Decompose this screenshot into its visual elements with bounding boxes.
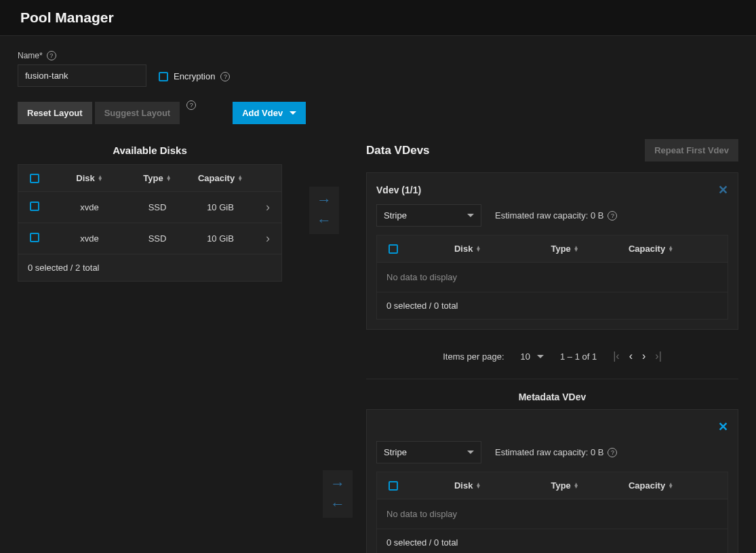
metadata-panel: ✕ Stripe Estimated raw capacity: 0 B ?: [366, 409, 738, 553]
metadata-title: Metadata VDev: [366, 392, 738, 402]
header-capacity[interactable]: Capacity▲▼: [186, 165, 254, 191]
stripe-select[interactable]: Stripe: [376, 441, 481, 463]
row-checkbox[interactable]: [30, 202, 39, 211]
encryption-group: Encryption ?: [159, 71, 230, 81]
select-all-checkbox[interactable]: [30, 174, 39, 183]
stripe-value: Stripe: [384, 210, 407, 221]
vdev-label: Vdev (1/1): [376, 185, 421, 195]
header-disk[interactable]: Disk▲▼: [410, 235, 525, 262]
next-page-button[interactable]: ›: [642, 350, 645, 362]
close-icon[interactable]: ✕: [718, 183, 728, 197]
repeat-first-vdev-button: Repeat First Vdev: [645, 139, 738, 161]
sort-icon: ▲▼: [166, 176, 172, 181]
raw-capacity: Estimated raw capacity: 0 B ?: [495, 447, 617, 457]
cell-capacity: 10 GiB: [186, 194, 254, 221]
name-field-group: Name* ?: [18, 51, 146, 87]
header-disk[interactable]: Disk▲▼: [410, 472, 525, 499]
reset-layout-button[interactable]: Reset Layout: [18, 102, 92, 124]
button-row: Reset Layout Suggest Layout ? Add Vdev: [18, 102, 738, 124]
items-per-page-select[interactable]: 10: [521, 351, 544, 362]
raw-capacity: Estimated raw capacity: 0 B ?: [495, 210, 617, 221]
transfer-arrows: → ←: [309, 187, 339, 234]
items-value: 10: [521, 351, 530, 362]
encryption-label: Encryption: [174, 71, 215, 81]
encryption-checkbox[interactable]: [159, 72, 168, 81]
select-all-checkbox[interactable]: [389, 244, 398, 254]
move-right-button[interactable]: →: [313, 191, 335, 210]
move-left-button[interactable]: ←: [313, 211, 335, 230]
expand-icon[interactable]: [266, 234, 270, 244]
prev-page-button[interactable]: ‹: [629, 350, 633, 362]
cell-type: SSD: [128, 194, 186, 221]
close-icon[interactable]: ✕: [718, 419, 728, 434]
header-capacity[interactable]: Capacity▲▼: [604, 235, 698, 262]
add-vdev-button[interactable]: Add Vdev: [233, 102, 306, 124]
page-title: Pool Manager: [20, 9, 736, 26]
cell-type: SSD: [128, 225, 186, 252]
header-type[interactable]: Type▲▼: [128, 165, 186, 191]
available-footer: 0 selected / 2 total: [18, 254, 281, 281]
help-icon[interactable]: ?: [186, 100, 196, 110]
header-type[interactable]: Type▲▼: [525, 472, 604, 499]
cell-capacity: 10 GiB: [186, 225, 254, 252]
available-disks-panel: Disk▲▼ Type▲▼ Capacity▲▼ xvde SSD 10 GiB…: [18, 164, 282, 282]
table-row[interactable]: xvde SSD 10 GiB: [18, 223, 281, 254]
dropdown-icon: [290, 111, 296, 115]
expand-icon[interactable]: [266, 203, 270, 213]
help-icon[interactable]: ?: [608, 448, 617, 457]
stripe-value: Stripe: [384, 447, 407, 457]
sort-icon: ▲▼: [574, 483, 579, 489]
move-left-button[interactable]: ←: [327, 495, 349, 514]
available-table-head: Disk▲▼ Type▲▼ Capacity▲▼: [18, 165, 281, 192]
transfer-arrows: → ←: [323, 470, 353, 518]
vdev-table: Disk▲▼ Type▲▼ Capacity▲▼ No data to disp…: [376, 235, 728, 320]
no-data-message: No data to display: [377, 263, 728, 292]
vdev-panel: Vdev (1/1) ✕ Stripe Estimated raw capaci…: [366, 172, 738, 330]
dropdown-icon: [467, 451, 474, 454]
help-icon[interactable]: ?: [220, 72, 230, 81]
main-layout: Available Disks Disk▲▼ Type▲▼ Capacity▲▼…: [18, 139, 738, 553]
add-vdev-label: Add Vdev: [242, 108, 283, 118]
stripe-select[interactable]: Stripe: [376, 204, 481, 227]
paginator: Items per page: 10 1 – 1 of 1 |‹ ‹ › ›|: [366, 338, 738, 379]
header-capacity[interactable]: Capacity▲▼: [604, 472, 698, 499]
items-per-page-label: Items per page:: [443, 351, 504, 362]
sort-icon: ▲▼: [668, 483, 673, 489]
header-type[interactable]: Type▲▼: [525, 235, 604, 262]
last-page-button: ›|: [655, 350, 661, 362]
select-all-checkbox[interactable]: [389, 481, 398, 491]
sort-icon: ▲▼: [574, 246, 579, 252]
suggest-layout-button: Suggest Layout: [95, 102, 180, 124]
dropdown-icon: [537, 355, 544, 358]
first-page-button: |‹: [613, 350, 619, 362]
page-range: 1 – 1 of 1: [560, 351, 597, 362]
sort-icon: ▲▼: [98, 176, 103, 181]
name-input[interactable]: [18, 64, 146, 87]
name-label: Name* ?: [18, 51, 146, 60]
pager-arrows: |‹ ‹ › ›|: [613, 350, 662, 362]
table-row[interactable]: xvde SSD 10 GiB: [18, 192, 281, 223]
data-vdevs-title: Data VDevs: [366, 144, 430, 157]
metadata-table: Disk▲▼ Type▲▼ Capacity▲▼ No data to disp…: [376, 472, 728, 553]
sort-icon: ▲▼: [475, 246, 481, 252]
name-label-text: Name*: [18, 51, 43, 60]
vdevs-column: Data VDevs Repeat First Vdev Vdev (1/1) …: [366, 139, 738, 553]
top-fields: Name* ? Encryption ?: [18, 51, 738, 87]
header-disk[interactable]: Disk▲▼: [51, 165, 128, 191]
no-data-message: No data to display: [377, 499, 728, 529]
available-disks-title: Available Disks: [18, 145, 282, 156]
vdev-footer: 0 selected / 0 total: [377, 292, 728, 319]
help-icon[interactable]: ?: [608, 211, 617, 221]
sort-icon: ▲▼: [668, 246, 673, 252]
metadata-footer: 0 selected / 0 total: [377, 529, 728, 553]
sort-icon: ▲▼: [237, 176, 243, 181]
move-right-button[interactable]: →: [327, 474, 349, 493]
row-checkbox[interactable]: [30, 233, 39, 242]
dropdown-icon: [467, 214, 474, 217]
cell-disk: xvde: [51, 194, 128, 221]
content-area: Name* ? Encryption ? Reset Layout Sugges…: [0, 36, 756, 553]
sort-icon: ▲▼: [475, 483, 481, 489]
available-disks-column: Available Disks Disk▲▼ Type▲▼ Capacity▲▼…: [18, 139, 282, 282]
help-icon[interactable]: ?: [47, 51, 56, 60]
titlebar: Pool Manager: [0, 0, 756, 36]
